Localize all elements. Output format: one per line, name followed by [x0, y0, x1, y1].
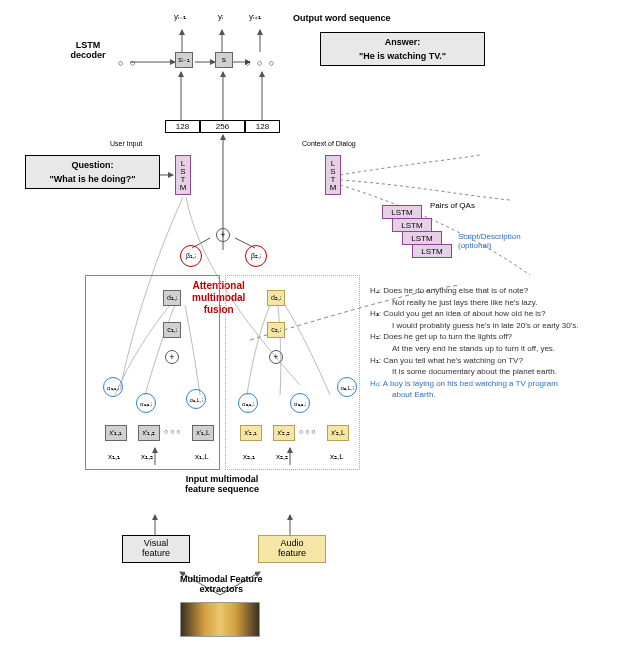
x21: x₂,₁ [243, 452, 255, 461]
d2: d₂,ᵢ [267, 290, 285, 306]
x2Lh: x'₂,L [327, 425, 349, 441]
x1Lh: x'₁,L [192, 425, 214, 441]
x12: x₁,₂ [141, 452, 153, 461]
x11: x₁,₁ [108, 452, 120, 461]
ellipsis-left: ○ ○ [118, 58, 137, 68]
question-text: "What is he doing?" [34, 174, 151, 184]
answer-text: "He is watching TV." [329, 51, 476, 61]
script-label: Script/Description(optional) [458, 233, 521, 251]
lstm-context: LSTM [325, 155, 341, 195]
dim-128l: 128 [165, 120, 200, 133]
alpha12: α₁,₂,ᵢ [136, 393, 156, 413]
lstm-pair-3: LSTM [402, 231, 442, 245]
plus-a: + [269, 350, 283, 364]
context-label: Context of Dialog [302, 140, 356, 147]
decoder-cell-prev: sᵢ₋₁ [175, 52, 193, 68]
x2L: x₂,L [330, 452, 344, 461]
lstm-question: LSTM [175, 155, 191, 195]
video-thumb [180, 602, 260, 637]
output-seq-label: Output word sequence [293, 13, 391, 23]
question-label: Question: [34, 160, 151, 170]
user-input-label: User Input [110, 140, 142, 147]
beta2: β₂,ᵢ [245, 245, 267, 267]
c2: c₂,ᵢ [267, 322, 285, 338]
extractors-label: Multimodal Featureextractors [180, 575, 263, 595]
x12h: x'₁,₂ [138, 425, 160, 441]
dialogue-block: H₄: Does he do anything else that is of … [370, 285, 630, 401]
dim-256: 256 [200, 120, 245, 133]
pairs-label: Pairs of QAs [430, 201, 475, 210]
alpha2L: α₂,L,ᵢ [337, 377, 357, 397]
x21h: x'₂,₁ [240, 425, 262, 441]
h1a: It is some documentary about the planet … [370, 366, 630, 378]
question-box: Question: "What is he doing?" [25, 155, 160, 189]
plus-node: + [216, 228, 230, 242]
alpha22: α₂,₂,ᵢ [290, 393, 310, 413]
input-seq-label: Input multimodalfeature sequence [185, 475, 259, 495]
h4a: Not really he just lays there like he's … [370, 297, 630, 309]
h3a: I would probably guess he's in late 20's… [370, 320, 630, 332]
alpha21: α₂,₁,ᵢ [238, 393, 258, 413]
x11h: x'₁,₁ [105, 425, 127, 441]
x22: x₂,₂ [276, 452, 288, 461]
h3q: H₃: Could you get an idea of about how o… [370, 308, 630, 320]
lstm-pair-2: LSTM [392, 218, 432, 232]
dim-128r: 128 [245, 120, 280, 133]
y-prev: yᵢ₋₁ [174, 12, 186, 21]
h0: H₀: A boy is laying on his bed watching … [370, 378, 630, 401]
x1L: x₁,L [195, 452, 209, 461]
y-i: yᵢ [218, 12, 223, 21]
h1q: H₁: Can you tell what he's watching on T… [370, 355, 630, 367]
dots-a: ○ ○ ○ [299, 428, 316, 435]
d1: d₁,ᵢ [163, 290, 181, 306]
lstm-pair-1: LSTM [382, 205, 422, 219]
y-next: yᵢ₊₁ [249, 12, 261, 21]
answer-label: Answer: [329, 37, 476, 47]
h2a: At the very end he stands up to turn it … [370, 343, 630, 355]
answer-box: Answer: "He is watching TV." [320, 32, 485, 66]
plus-v: + [165, 350, 179, 364]
c1: c₁,ᵢ [163, 322, 181, 338]
ellipsis-right: ○ ○ ○ [245, 58, 276, 68]
dim-row: 128 256 128 [165, 120, 280, 133]
x22h: x'₂,₂ [273, 425, 295, 441]
lstm-decoder-label: LSTM decoder [58, 40, 118, 60]
alpha11: α₁,₁,ᵢ [103, 377, 123, 397]
h2q: H₂: Does he get up to turn the lights of… [370, 331, 630, 343]
decoder-cell-i: sᵢ [215, 52, 233, 68]
beta1: β₁,ᵢ [180, 245, 202, 267]
alpha1L: α₁,L,ᵢ [186, 389, 206, 409]
h4q: H₄: Does he do anything else that is of … [370, 285, 630, 297]
audio-feature-box: Audiofeature [258, 535, 326, 563]
lstm-pair-4: LSTM [412, 244, 452, 258]
dots-v: ○ ○ ○ [164, 428, 181, 435]
visual-feature-box: Visualfeature [122, 535, 190, 563]
